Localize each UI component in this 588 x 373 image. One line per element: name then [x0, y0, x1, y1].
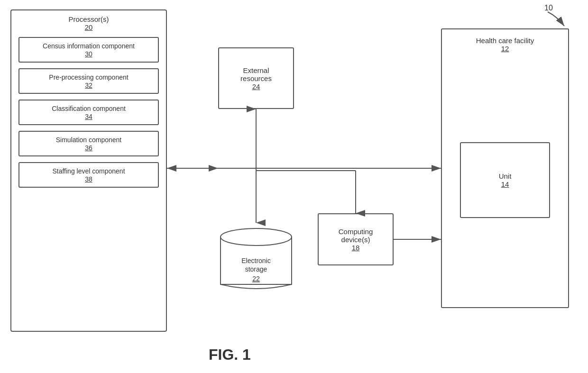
preprocessing-ref: 32 [24, 82, 153, 89]
computing-label: Computingdevice(s) [339, 227, 373, 244]
figure-label: FIG. 1 [209, 346, 251, 364]
svg-point-1 [220, 228, 292, 246]
preprocessing-component-box: Pre-processing component 32 [18, 68, 159, 94]
electronic-storage-box: Electronic storage 22 [216, 223, 296, 299]
processor-label: Processor(s) [68, 15, 109, 23]
simulation-ref: 36 [24, 144, 153, 152]
simulation-component-box: Simulation component 36 [18, 131, 159, 156]
staffing-component-box: Staffing level component 38 [18, 162, 159, 188]
hcf-ref: 12 [501, 45, 509, 53]
census-component-box: Census information component 30 [18, 37, 159, 63]
census-ref: 30 [24, 50, 153, 58]
unit-box: Unit 14 [460, 142, 550, 218]
staffing-label: Staffing level component [52, 167, 125, 175]
external-resources-box: Externalresources 24 [218, 47, 294, 109]
svg-text:10: 10 [544, 4, 553, 12]
storage-cylinder-svg: Electronic storage 22 [216, 223, 296, 299]
unit-ref: 14 [501, 180, 509, 188]
processor-box: Processor(s) 20 Census information compo… [10, 9, 167, 332]
processor-title: Processor(s) 20 [11, 15, 166, 31]
diagram-container: Processor(s) 20 Census information compo… [0, 0, 588, 373]
staffing-ref: 38 [24, 175, 153, 183]
classification-component-box: Classification component 34 [18, 100, 159, 125]
unit-label: Unit [499, 172, 512, 180]
preprocessing-label: Pre-processing component [49, 73, 128, 81]
census-label: Census information component [43, 42, 135, 50]
hcf-label: Health care facility [476, 36, 534, 45]
ext-resources-ref: 24 [252, 82, 260, 91]
computing-ref: 18 [352, 244, 360, 252]
ext-resources-label: Externalresources [240, 66, 272, 82]
simulation-label: Simulation component [56, 136, 122, 144]
classification-label: Classification component [52, 105, 126, 112]
svg-text:storage: storage [245, 265, 267, 273]
svg-text:Electronic: Electronic [241, 257, 270, 264]
svg-text:22: 22 [252, 275, 260, 282]
processor-ref: 20 [85, 23, 93, 31]
classification-ref: 34 [24, 113, 153, 120]
computing-devices-box: Computingdevice(s) 18 [318, 213, 394, 265]
hcf-title: Health care facility 12 [442, 36, 568, 53]
